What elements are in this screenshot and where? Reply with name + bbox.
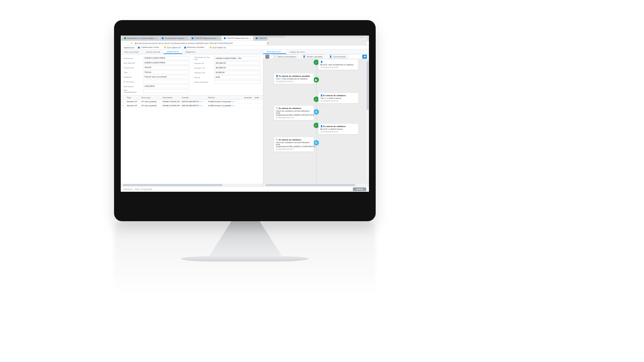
line-items-body: 1Montant HTHT sans quantitéDISNEYLANDS P… [121,100,263,108]
form-input[interactable]: Facture sans commande [143,75,189,79]
form-field: TypeFacture [123,70,189,74]
lock-icon: 🔒 [135,42,137,44]
browser-tab[interactable]: ITESOFT.BalanceForms× [222,36,253,41]
form-field: Montant TTC304,800.00 [195,66,260,70]
form-field: Nom alternatifDISNEYLANDS PARIS [123,61,189,65]
form-field: DeviseEUR [195,75,260,79]
form-input[interactable]: DISNEYLANDS PARIS [143,56,189,60]
extension-icon[interactable]: ⊕ [267,42,367,44]
column-header[interactable]: Description [161,97,180,99]
left-tab[interactable]: Tiers fournisseur [121,50,142,54]
timeline-node[interactable]: ▶ [314,77,319,82]
bookmark-item[interactable]: SLFI DEMO 54 [164,47,181,49]
browser-tab[interactable]: Omnichannel Capture× [160,36,189,41]
invoice-detail-form: FournisseurDISNEYLANDS PARISNom alternat… [121,54,263,96]
left-horizontal-scrollbar[interactable] [121,184,263,186]
column-header[interactable]: Quantité [240,97,253,99]
star-icon[interactable]: ☆ [267,38,367,40]
right-panel-tabs: Historique et au…Images des docu… [263,50,369,54]
timeline-card[interactable]: 👤 En attente de validation parallèleYves… [274,73,314,84]
column-header[interactable]: Type [125,97,140,99]
form-field: Compte tiers401100 [123,66,189,69]
form-input[interactable]: Facture [143,70,189,74]
follow-button[interactable]: Suivre [353,187,366,191]
url-text[interactable]: streamlineforinvoices51.demo.itesoft.clo… [137,42,265,44]
status-text: Facture - N/A / Exportée [123,188,152,191]
form-input[interactable]: EUR [214,75,260,79]
timeline-card[interactable]: 🔧 En attente de validationCalcul des val… [274,137,314,152]
nav-buttons[interactable]: ←→⟳ [123,42,132,44]
column-header[interactable]: Sous-type [140,97,161,99]
status-bar: Facture - N/A / Exportée Suivre [121,186,369,192]
bookmark-item[interactable]: Applications [123,47,135,49]
form-field: FournisseurDISNEYLANDS PARIS [123,56,189,60]
bookmarks-bar: ApplicationsCollaborative Cente…SLFI DEM… [121,46,369,50]
right-tab[interactable]: Historique et au… [263,50,286,54]
form-input[interactable]: 10/01/2019 [143,84,189,88]
form-field: CatégorieFacture sans commande [123,75,189,79]
form-input[interactable]: DISNEYLANDS PARIS - INV [214,57,260,60]
form-field: Montant TVA50,800.00 [195,71,260,74]
form-input[interactable]: 50,800.00 [214,71,260,74]
timeline-card[interactable]: 🔧 En attente de validationCalcul des val… [274,105,314,120]
browser-tab[interactable]: Streamline for Invoices (Sales)× [122,36,159,41]
nav-icon[interactable]: ⟳ [131,42,132,44]
timeline-card[interactable]: 👤 En attente de validationBenoit B. a va… [318,123,359,134]
left-tab[interactable]: Règlement [182,50,199,54]
form-field: Date facture10/01/2019 [123,84,189,88]
line-items-header: TypeSous-typeDescriptionCompteServiceQua… [121,96,263,100]
workflow-timeline: ✓▶✓⚙✓⚙👤Benoit B. traite actuellement la … [263,59,369,184]
nav-icon[interactable]: ← [123,42,125,44]
chat-icon[interactable]: 💬 [362,55,367,59]
form-field: Date d'échéance [195,80,260,84]
form-field: N° document [123,80,189,83]
table-row[interactable]: 1Montant HTHT sans quantitéDISNEYLANDS P… [121,100,263,104]
refresh-icon[interactable] [265,55,269,59]
timeline-card[interactable]: 👤Benoit B. traite actuellement la valida… [318,59,359,70]
right-horizontal-scrollbar[interactable] [263,184,369,186]
timeline-node[interactable]: ⚙ [314,109,319,115]
bookmark-item[interactable]: Collaborative Cente… [138,46,161,48]
form-input[interactable]: 401100 [143,66,189,69]
column-header[interactable]: Compte [180,97,207,99]
column-header[interactable]: Unité [253,97,263,99]
form-input[interactable]: 254,000.00 [214,61,260,65]
left-tab[interactable]: Société facturée [142,50,163,54]
right-tab[interactable]: Images des docu… [286,50,310,54]
comments-button[interactable]: 👤 Commentaires [327,55,348,58]
address-bar-row: ←→⟳ 🔒 streamlineforinvoices51.demo.iteso… [121,41,369,46]
left-tab[interactable]: Détail facture [164,50,182,54]
form-input[interactable] [143,89,189,93]
form-input[interactable]: 304,800.00 [214,66,260,70]
form-field: Description de l'en-têteDISNEYLANDS PARI… [195,56,260,60]
timeline-node[interactable]: ⚙ [314,140,319,145]
left-panel-tabs: Tiers fournisseurSociété facturéeDétail … [121,50,263,54]
right-vertical-scrollbar[interactable] [366,59,369,181]
bookmark-item[interactable]: Machines virtuelles… [184,46,206,48]
bookmark-item[interactable]: SLFI DEMO 51 [210,47,226,49]
nav-icon[interactable]: → [127,42,129,44]
column-header[interactable]: Service [207,97,240,99]
table-row[interactable]: 2Montant HTHT sans quantitéDISNEYLANDS P… [121,104,263,108]
form-input[interactable]: DISNEYLANDS PARIS [143,61,189,65]
form-field: Montant HT254,000.00 [195,61,260,65]
filter-manual-tasks[interactable]: 👤 Tâches manuelles [301,55,325,58]
browser-tab[interactable]: ITESOFT.BalanceForms× [190,36,221,41]
form-input[interactable] [143,80,189,83]
form-input[interactable] [214,80,260,84]
form-field: Date comptabilisation [123,89,189,93]
timeline-toolbar: 🔧 Tâches automatiques 👤 Tâches manuelles… [263,54,369,59]
timeline-card[interactable]: 👤 En attente de validationYves Y. a vali… [318,93,359,104]
filter-auto-tasks[interactable]: 🔧 Tâches automatiques [271,55,299,58]
